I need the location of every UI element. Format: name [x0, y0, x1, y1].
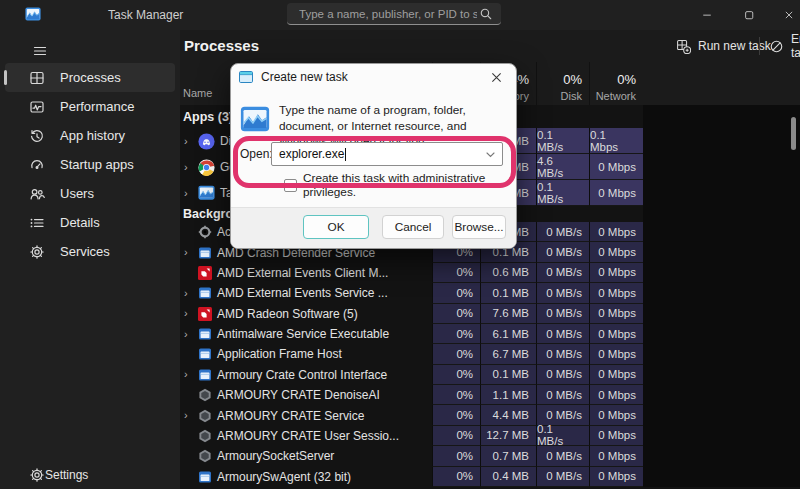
process-name: ArmourySocketServer: [217, 449, 334, 463]
row-filler: [643, 365, 800, 385]
task-manager-app-icon: [25, 7, 41, 23]
disk-value-cell: 0 MB/s: [536, 344, 589, 364]
disk-value-cell: 0 MB/s: [536, 446, 589, 466]
sidebar-item-startup-apps[interactable]: Startup apps: [5, 150, 175, 179]
process-row[interactable]: ARMOURY CRATE DenoiseAI0%1.1 MB0 MB/s0 M…: [180, 385, 800, 405]
end-task-button[interactable]: End task: [765, 34, 800, 58]
disk-value-cell: 4.6 MB/s: [536, 154, 589, 180]
row-filler: [643, 385, 800, 405]
memory-value-cell: 0.1 MB: [480, 365, 536, 385]
network-value-cell: 0 Mbps: [589, 242, 643, 262]
disk-total: 0%: [563, 72, 582, 87]
disk-value-cell: 0 MB/s: [536, 242, 589, 262]
expand-chevron-icon[interactable]: ›: [184, 410, 194, 421]
expand-chevron-icon[interactable]: ›: [184, 136, 194, 147]
sidebar-item-services[interactable]: Services: [5, 237, 175, 266]
expand-chevron-icon[interactable]: ›: [184, 188, 194, 199]
toolbar: Processes Run new task End task Efficien: [180, 30, 800, 62]
sidebar-item-settings[interactable]: Settings: [5, 460, 175, 489]
sidebar-item-app-history[interactable]: App history: [5, 121, 175, 150]
expand-chevron-icon[interactable]: ›: [184, 369, 194, 380]
cpu-value-cell: 0%: [432, 324, 480, 344]
vertical-scrollbar[interactable]: [791, 117, 796, 150]
close-button[interactable]: [769, 0, 800, 30]
search-input[interactable]: [297, 7, 479, 21]
task-manager-window: Task Manager Processes Performance App h…: [0, 0, 800, 489]
process-row[interactable]: ›ARMOURY CRATE Service0%4.4 MB0 MB/s0 Mb…: [180, 405, 800, 425]
process-name: ArmourySwAgent (32 bit): [217, 470, 351, 484]
cpu-value-cell: 0%: [432, 365, 480, 385]
memory-value-cell: 4.4 MB: [480, 405, 536, 425]
process-row[interactable]: Application Frame Host0%6.7 MB0 MB/s0 Mb…: [180, 344, 800, 364]
process-row[interactable]: ›Antimalware Service Executable0%6.1 MB0…: [180, 324, 800, 344]
process-row[interactable]: ARMOURY CRATE User Sessio...0%12.7 MB0.1…: [180, 426, 800, 446]
memory-value-cell: 6.7 MB: [480, 344, 536, 364]
sidebar-item-performance[interactable]: Performance: [5, 92, 175, 121]
sidebar-item-users[interactable]: Users: [5, 179, 175, 208]
network-value-cell: 0 Mbps: [589, 304, 643, 324]
armoury-icon: [198, 449, 212, 463]
sidebar-item-label: Performance: [60, 99, 134, 114]
disk-value-cell: 0 MB/s: [536, 324, 589, 344]
disk-value-cell: 0.1 MB/s: [536, 128, 589, 154]
disk-value-cell: 0 MB/s: [536, 222, 589, 242]
titlebar: Task Manager: [0, 0, 800, 30]
column-header-disk[interactable]: 0% Disk: [536, 62, 589, 105]
expand-chevron-icon[interactable]: ›: [184, 247, 194, 258]
cancel-button[interactable]: Cancel: [382, 215, 444, 239]
ok-button[interactable]: OK: [303, 215, 369, 239]
maximize-button[interactable]: [729, 0, 769, 30]
process-name: Antimalware Service Executable: [217, 327, 389, 341]
process-name-cell: ›AMD Radeon Software (5): [180, 304, 432, 324]
network-value-cell: 0 Mbps: [589, 344, 643, 364]
disk-label: Disk: [561, 90, 582, 102]
expand-chevron-icon[interactable]: ›: [184, 162, 194, 173]
memory-value-cell: 7.6 MB: [480, 304, 536, 324]
process-row[interactable]: AMD External Events Client M...0%0.6 MB0…: [180, 263, 800, 283]
row-filler: [643, 446, 800, 466]
process-name-cell: ArmourySocketServer: [180, 446, 432, 466]
network-value-cell: 0 Mbps: [589, 222, 643, 242]
row-filler: [643, 283, 800, 303]
expand-chevron-icon[interactable]: ›: [184, 308, 194, 319]
row-filler: [643, 263, 800, 283]
users-icon: [29, 186, 45, 202]
process-row[interactable]: ArmourySwAgent (32 bit)0%0.4 MB0 MB/s0 M…: [180, 467, 800, 487]
cpu-value-cell: 0%: [432, 385, 480, 405]
network-total: 0%: [617, 72, 636, 87]
process-name-cell: ARMOURY CRATE User Sessio...: [180, 426, 432, 446]
combo-chevron-down-icon[interactable]: [486, 152, 495, 158]
column-header-network[interactable]: 0% Network: [589, 62, 643, 105]
process-row[interactable]: ›AMD Radeon Software (5)0%7.6 MB0 MB/s0 …: [180, 304, 800, 324]
expand-chevron-icon[interactable]: ›: [184, 288, 194, 299]
process-row[interactable]: ›AMD External Events Service ...0%0.1 MB…: [180, 283, 800, 303]
network-value-cell: 0 Mbps: [589, 385, 643, 405]
network-value-cell: 0 Mbps: [589, 446, 643, 466]
open-input[interactable]: explorer.exe: [271, 142, 503, 166]
process-row[interactable]: ArmourySocketServer0%0.7 MB0 MB/s0 Mbps: [180, 446, 800, 466]
minimize-button[interactable]: [687, 0, 727, 30]
sidebar-item-label: Users: [60, 186, 94, 201]
search-box[interactable]: [287, 3, 501, 25]
task-manager-icon: [240, 106, 270, 132]
process-name: Armoury Crate Control Interface: [217, 368, 387, 382]
create-new-task-dialog: Create new task Type the name of a progr…: [230, 63, 517, 249]
expand-chevron-icon[interactable]: ›: [184, 329, 194, 340]
navigation-menu-button[interactable]: [28, 39, 52, 63]
column-header-name[interactable]: Name: [183, 87, 212, 99]
row-filler: [643, 105, 800, 128]
process-row[interactable]: ›Armoury Crate Control Interface0%0.1 MB…: [180, 365, 800, 385]
cpu-value-cell: 0%: [432, 344, 480, 364]
memory-value-cell: 1.1 MB: [480, 385, 536, 405]
dialog-close-icon[interactable]: [482, 66, 510, 88]
row-filler: [643, 304, 800, 324]
checkbox-unchecked[interactable]: [284, 179, 297, 192]
browse-button[interactable]: Browse...: [452, 215, 506, 239]
group-header-label: Apps (3): [183, 110, 233, 124]
row-filler: [643, 467, 800, 487]
sidebar-item-label: Processes: [60, 70, 121, 85]
sidebar-item-details[interactable]: Details: [5, 208, 175, 237]
history-icon: [29, 128, 45, 144]
sidebar-item-processes[interactable]: Processes: [5, 63, 175, 92]
admin-privileges-checkbox-row[interactable]: Create this task with administrative pri…: [284, 171, 516, 199]
